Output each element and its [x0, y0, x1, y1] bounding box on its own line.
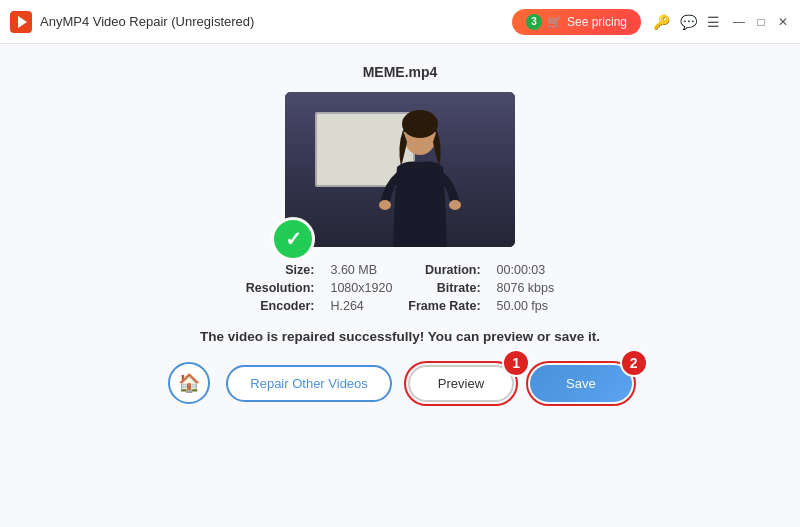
bitrate-label: Bitrate:: [408, 281, 480, 295]
save-button[interactable]: Save: [530, 365, 632, 402]
toolbar-icons: 🔑 💬 ☰: [653, 14, 720, 30]
video-content: [285, 92, 515, 247]
pricing-badge-number: 3: [526, 14, 542, 30]
bitrate-value: 8076 kbps: [497, 281, 555, 295]
maximize-button[interactable]: □: [754, 15, 768, 29]
encoder-value: H.264: [330, 299, 392, 313]
main-content: MEME.mp4: [0, 44, 800, 527]
preview-button-wrapper: Preview 1: [408, 365, 514, 402]
size-label: Size:: [246, 263, 315, 277]
framerate-value: 50.00 fps: [497, 299, 555, 313]
badge-1: 1: [502, 349, 530, 377]
app-logo: [10, 11, 32, 33]
pricing-label: See pricing: [567, 15, 627, 29]
video-thumbnail: [285, 92, 515, 247]
status-message: The video is repaired successfully! You …: [200, 329, 600, 344]
badge-2: 2: [620, 349, 648, 377]
preview-button[interactable]: Preview: [408, 365, 514, 402]
duration-label: Duration:: [408, 263, 480, 277]
bottom-bar: 🏠 Repair Other Videos Preview 1 Save 2: [168, 362, 631, 404]
framerate-label: Frame Rate:: [408, 299, 480, 313]
size-value: 3.60 MB: [330, 263, 392, 277]
key-icon[interactable]: 🔑: [653, 14, 670, 30]
success-badge: ✓: [271, 217, 315, 261]
minimize-button[interactable]: —: [732, 15, 746, 29]
app-title: AnyMP4 Video Repair (Unregistered): [40, 14, 512, 29]
window-controls: — □ ✕: [732, 15, 790, 29]
duration-value: 00:00:03: [497, 263, 555, 277]
save-button-wrapper: Save 2: [530, 365, 632, 402]
title-bar: AnyMP4 Video Repair (Unregistered) 3 🛒 S…: [0, 0, 800, 44]
close-button[interactable]: ✕: [776, 15, 790, 29]
resolution-value: 1080x1920: [330, 281, 392, 295]
video-thumbnail-wrapper: ✓: [285, 92, 515, 247]
svg-point-7: [379, 200, 391, 210]
encoder-label: Encoder:: [246, 299, 315, 313]
video-info-table: Size: 3.60 MB Duration: 00:00:03 Resolut…: [246, 263, 555, 313]
pricing-button[interactable]: 3 🛒 See pricing: [512, 9, 641, 35]
svg-point-8: [449, 200, 461, 210]
chat-icon[interactable]: 💬: [680, 14, 697, 30]
repair-other-button[interactable]: Repair Other Videos: [226, 365, 392, 402]
home-button[interactable]: 🏠: [168, 362, 210, 404]
resolution-label: Resolution:: [246, 281, 315, 295]
menu-icon[interactable]: ☰: [707, 14, 720, 30]
video-filename: MEME.mp4: [363, 64, 438, 80]
